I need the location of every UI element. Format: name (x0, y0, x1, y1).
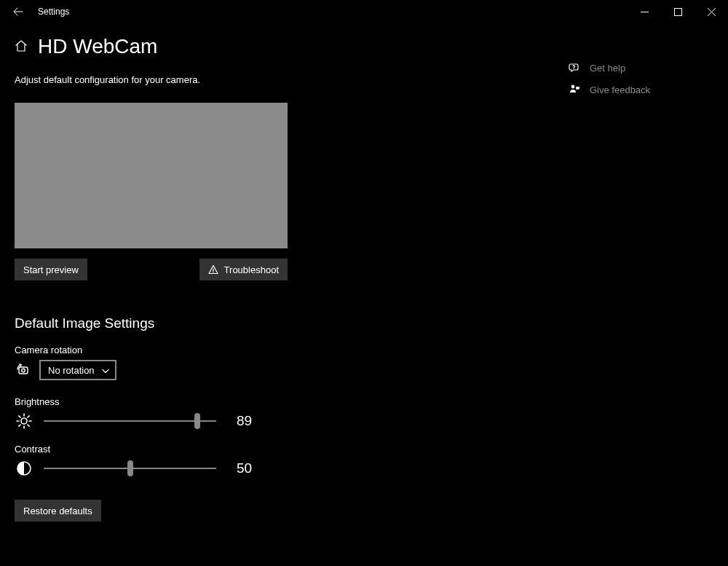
svg-rect-1 (19, 367, 28, 374)
get-help-link[interactable]: Get help (568, 61, 713, 74)
restore-defaults-label: Restore defaults (23, 506, 92, 516)
start-preview-button[interactable]: Start preview (15, 259, 87, 280)
close-icon (708, 8, 716, 16)
contrast-value: 50 (237, 460, 266, 476)
page-header: HD WebCam (15, 35, 539, 58)
page-title: HD WebCam (38, 35, 157, 58)
feedback-icon (568, 83, 581, 96)
back-button[interactable] (6, 0, 31, 23)
home-icon[interactable] (15, 39, 28, 55)
brightness-icon (15, 412, 33, 431)
svg-rect-6 (576, 87, 579, 90)
rotation-select[interactable]: No rotation (39, 360, 116, 380)
slider-track (44, 420, 216, 422)
contrast-slider-thumb[interactable] (127, 460, 133, 476)
app-title: Settings (31, 7, 69, 17)
chevron-down-icon (102, 365, 109, 376)
brightness-slider[interactable] (44, 412, 216, 430)
give-feedback-link[interactable]: Give feedback (568, 83, 713, 96)
brightness-slider-thumb[interactable] (194, 413, 200, 429)
contrast-slider[interactable] (44, 460, 216, 477)
rotation-select-value: No rotation (48, 365, 95, 376)
svg-point-3 (21, 418, 27, 424)
svg-point-5 (571, 85, 575, 89)
close-button[interactable] (695, 0, 728, 23)
description-text: Adjust default configuration for your ca… (15, 74, 539, 85)
back-arrow-icon (13, 7, 23, 17)
maximize-button[interactable] (661, 0, 695, 23)
troubleshoot-label: Troubleshoot (224, 264, 279, 275)
contrast-icon (15, 459, 33, 478)
svg-rect-0 (674, 8, 681, 15)
svg-point-2 (22, 369, 25, 372)
minimize-button[interactable] (628, 0, 661, 23)
give-feedback-label: Give feedback (590, 84, 650, 95)
start-preview-label: Start preview (23, 264, 79, 275)
restore-defaults-button[interactable]: Restore defaults (15, 500, 101, 522)
help-icon (568, 61, 581, 74)
camera-rotation-label: Camera rotation (15, 345, 539, 355)
maximize-icon (674, 8, 682, 16)
get-help-label: Get help (590, 63, 625, 74)
titlebar: Settings (0, 0, 728, 23)
brightness-value: 89 (237, 413, 266, 429)
warning-icon (208, 264, 218, 275)
minimize-icon (641, 8, 649, 16)
section-heading: Default Image Settings (15, 315, 539, 331)
brightness-label: Brightness (15, 396, 539, 407)
rotation-icon (15, 361, 32, 379)
contrast-label: Contrast (15, 444, 539, 455)
troubleshoot-button[interactable]: Troubleshoot (199, 259, 288, 280)
camera-preview-area (15, 103, 288, 248)
